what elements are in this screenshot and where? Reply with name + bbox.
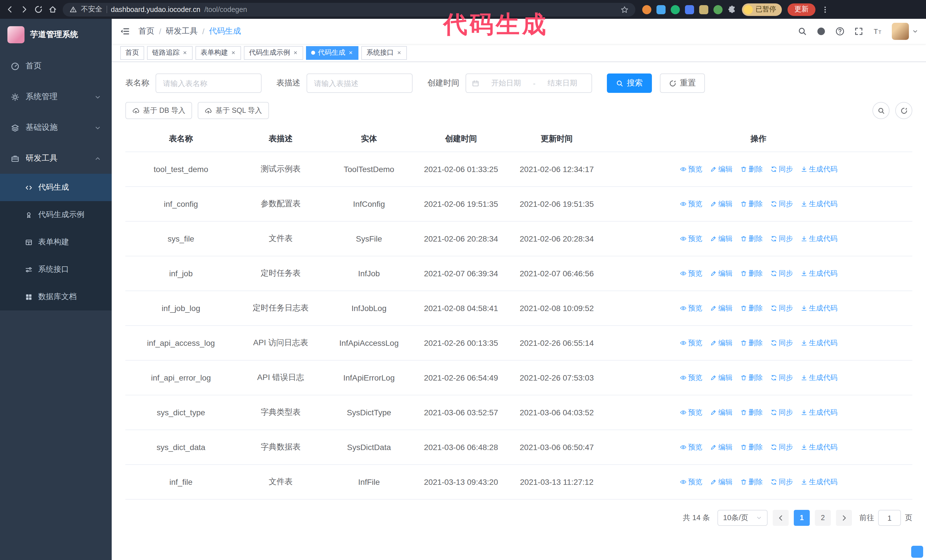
tab-form-builder[interactable]: 表单构建: [195, 46, 241, 60]
preview-link[interactable]: 预览: [679, 338, 702, 348]
date-range-picker[interactable]: 开始日期 - 结束日期: [466, 74, 592, 93]
delete-link[interactable]: 删除: [740, 408, 763, 417]
sidebar-item-db-doc[interactable]: 数据库文档: [0, 283, 112, 311]
home-icon[interactable]: [48, 5, 57, 14]
goto-page-input[interactable]: [878, 510, 901, 526]
edit-link[interactable]: 编辑: [710, 165, 732, 174]
preview-link[interactable]: 预览: [679, 477, 702, 487]
tab-home[interactable]: 首页: [120, 46, 144, 60]
import-db-button[interactable]: 基于 DB 导入: [126, 102, 192, 119]
table-name-input[interactable]: [156, 74, 262, 93]
preview-link[interactable]: 预览: [679, 234, 702, 243]
edit-link[interactable]: 编辑: [710, 269, 732, 278]
delete-link[interactable]: 删除: [740, 442, 763, 452]
edit-link[interactable]: 编辑: [710, 338, 732, 348]
preview-link[interactable]: 预览: [679, 165, 702, 174]
delete-link[interactable]: 删除: [740, 234, 763, 243]
close-icon[interactable]: [231, 50, 236, 55]
back-icon[interactable]: [6, 5, 14, 14]
next-page-button[interactable]: [836, 510, 852, 526]
refresh-table-button[interactable]: [895, 102, 912, 119]
extension-icon-3[interactable]: [671, 5, 680, 14]
sync-link[interactable]: 同步: [770, 303, 793, 313]
reload-icon[interactable]: [34, 5, 43, 14]
delete-link[interactable]: 删除: [740, 338, 763, 348]
delete-link[interactable]: 删除: [740, 165, 763, 174]
delete-link[interactable]: 删除: [740, 477, 763, 487]
prev-page-button[interactable]: [773, 510, 789, 526]
breadcrumb-home[interactable]: 首页: [138, 26, 154, 36]
generate-code-link[interactable]: 生成代码: [800, 165, 837, 174]
fullscreen-icon[interactable]: [854, 27, 863, 36]
profile-paused-badge[interactable]: 已暂停: [742, 3, 782, 16]
sidebar-item-system-api[interactable]: 系统接口: [0, 256, 112, 283]
extension-icon-4[interactable]: [685, 5, 694, 14]
sidebar-item-form-builder[interactable]: 表单构建: [0, 228, 112, 256]
browser-menu-icon[interactable]: [821, 5, 829, 14]
preview-link[interactable]: 预览: [679, 373, 702, 383]
page-button-2[interactable]: 2: [815, 510, 831, 526]
extension-icon-5[interactable]: [699, 5, 708, 14]
edit-link[interactable]: 编辑: [710, 477, 732, 487]
sidebar-item-system-management[interactable]: 系统管理: [0, 82, 112, 112]
preview-link[interactable]: 预览: [679, 199, 702, 209]
generate-code-link[interactable]: 生成代码: [800, 408, 837, 417]
table-desc-input[interactable]: [307, 74, 413, 93]
preview-link[interactable]: 预览: [679, 442, 702, 452]
extension-icon-6[interactable]: [713, 5, 723, 14]
generate-code-link[interactable]: 生成代码: [800, 269, 837, 278]
address-bar[interactable]: 不安全 dashboard.yudao.iocoder.cn /tool/cod…: [63, 3, 635, 16]
header-search-icon[interactable]: [798, 27, 807, 36]
sync-link[interactable]: 同步: [770, 442, 793, 452]
sync-link[interactable]: 同步: [770, 269, 793, 278]
search-button[interactable]: 搜索: [607, 74, 652, 93]
generate-code-link[interactable]: 生成代码: [800, 338, 837, 348]
github-icon[interactable]: [817, 27, 826, 36]
sync-link[interactable]: 同步: [770, 477, 793, 487]
sidebar-item-infrastructure[interactable]: 基础设施: [0, 112, 112, 143]
forward-icon[interactable]: [20, 5, 29, 14]
close-icon[interactable]: [348, 50, 353, 55]
bookmark-star-icon[interactable]: [620, 5, 628, 14]
font-size-icon[interactable]: [873, 27, 882, 36]
sidebar-item-dev-tools[interactable]: 研发工具: [0, 143, 112, 174]
edit-link[interactable]: 编辑: [710, 373, 732, 383]
help-icon[interactable]: [835, 27, 844, 36]
edit-link[interactable]: 编辑: [710, 234, 732, 243]
browser-update-button[interactable]: 更新: [788, 3, 816, 16]
page-button-1[interactable]: 1: [794, 510, 810, 526]
delete-link[interactable]: 删除: [740, 303, 763, 313]
sidebar-item-codegen[interactable]: 代码生成: [0, 174, 112, 201]
generate-code-link[interactable]: 生成代码: [800, 373, 837, 383]
close-icon[interactable]: [293, 50, 298, 55]
generate-code-link[interactable]: 生成代码: [800, 477, 837, 487]
generate-code-link[interactable]: 生成代码: [800, 199, 837, 209]
sidebar-item-codegen-example[interactable]: 代码生成示例: [0, 201, 112, 228]
import-sql-button[interactable]: 基于 SQL 导入: [198, 102, 269, 119]
generate-code-link[interactable]: 生成代码: [800, 234, 837, 243]
tab-codegen-example[interactable]: 代码生成示例: [244, 46, 303, 60]
close-icon[interactable]: [182, 50, 188, 55]
sidebar-toggle-icon[interactable]: [120, 26, 130, 36]
generate-code-link[interactable]: 生成代码: [800, 442, 837, 452]
sync-link[interactable]: 同步: [770, 199, 793, 209]
edit-link[interactable]: 编辑: [710, 199, 732, 209]
delete-link[interactable]: 删除: [740, 373, 763, 383]
preview-link[interactable]: 预览: [679, 303, 702, 313]
reset-button[interactable]: 重置: [660, 74, 705, 93]
edit-link[interactable]: 编辑: [710, 408, 732, 417]
breadcrumb-dev-tools[interactable]: 研发工具: [166, 26, 198, 36]
sync-link[interactable]: 同步: [770, 338, 793, 348]
tab-trace[interactable]: 链路追踪: [147, 46, 193, 60]
back-to-top-button[interactable]: [911, 546, 923, 558]
tab-system-api[interactable]: 系统接口: [361, 46, 407, 60]
delete-link[interactable]: 删除: [740, 269, 763, 278]
preview-link[interactable]: 预览: [679, 269, 702, 278]
sync-link[interactable]: 同步: [770, 373, 793, 383]
sync-link[interactable]: 同步: [770, 408, 793, 417]
sidebar-item-home[interactable]: 首页: [0, 51, 112, 82]
edit-link[interactable]: 编辑: [710, 303, 732, 313]
extensions-puzzle-icon[interactable]: [728, 5, 736, 14]
user-menu[interactable]: [892, 23, 918, 40]
extension-icon-1[interactable]: [642, 5, 651, 14]
